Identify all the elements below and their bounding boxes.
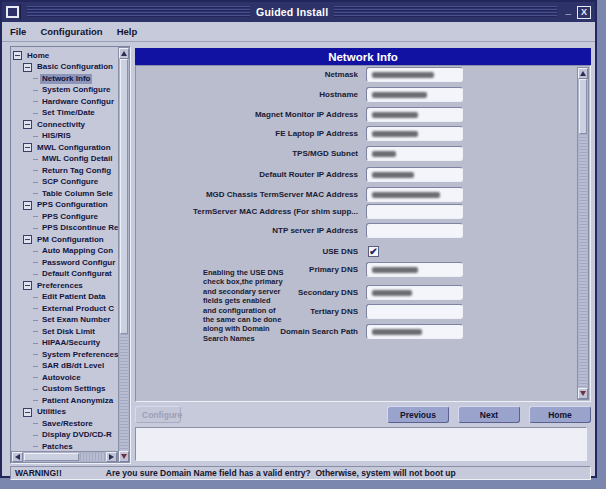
arrow-right-icon xyxy=(109,454,114,460)
tree-item-pm-configuration[interactable]: PM Configuration xyxy=(12,234,119,246)
tree-horizontal-scrollbar[interactable] xyxy=(11,451,118,463)
tree-item-sar-db-dt-level[interactable]: SAR dB/dt Level xyxy=(12,361,119,373)
tree-item-system-preferences[interactable]: System Preferences xyxy=(12,349,119,361)
scrollbar-thumb[interactable] xyxy=(24,453,79,461)
menu-file[interactable]: File xyxy=(10,26,26,37)
input-fe-laptop-ip-address[interactable] xyxy=(366,126,463,141)
collapse-icon[interactable] xyxy=(23,143,32,152)
tree-item-patches[interactable]: Patches xyxy=(12,441,119,450)
scroll-up-button[interactable] xyxy=(119,48,129,59)
input-netmask[interactable] xyxy=(366,67,463,82)
input-ntp-server-ip-address[interactable] xyxy=(366,223,463,238)
scroll-left-button[interactable] xyxy=(12,452,23,462)
tree-item-label: SAR dB/dt Level xyxy=(40,361,106,371)
collapse-icon[interactable] xyxy=(23,235,32,244)
tree-connector xyxy=(33,354,38,355)
tree-item-save-restore[interactable]: Save/Restore xyxy=(12,418,119,430)
scroll-down-button[interactable] xyxy=(119,451,129,462)
tree-connector xyxy=(33,262,38,263)
tree-item-table-column-sele[interactable]: Table Column Sele xyxy=(12,188,119,200)
scrollbar-thumb[interactable] xyxy=(579,79,587,134)
tree-item-basic-configuration[interactable]: Basic Configuration xyxy=(12,62,119,74)
scrollbar-thumb[interactable] xyxy=(120,59,128,334)
collapse-icon[interactable] xyxy=(23,408,32,417)
tree-connector xyxy=(33,113,38,114)
input-hostname[interactable] xyxy=(366,87,463,102)
tree-item-auto-mapping-con[interactable]: Auto Mapping Con xyxy=(12,246,119,258)
tree-item-password-configur[interactable]: Password Configur xyxy=(12,257,119,269)
tree-item-return-tag-config[interactable]: Return Tag Config xyxy=(12,165,119,177)
tree-item-label: Set Exam Number xyxy=(40,315,112,325)
arrow-up-icon xyxy=(580,71,586,76)
tree-item-mwl-config-detail[interactable]: MWL Config Detail xyxy=(12,154,119,166)
scroll-right-button[interactable] xyxy=(106,452,117,462)
tree-item-patient-anonymiza[interactable]: Patient Anonymiza xyxy=(12,395,119,407)
tree-item-preferences[interactable]: Preferences xyxy=(12,280,119,292)
tree-item-set-time-date[interactable]: Set Time/Date xyxy=(12,108,119,120)
tree-item-label: HIPAA/Security xyxy=(40,338,102,348)
tree-item-label: Default Configurat xyxy=(40,269,114,279)
tree-item-utilities[interactable]: Utilities xyxy=(12,407,119,419)
menu-help[interactable]: Help xyxy=(117,26,138,37)
scrollbar-track[interactable] xyxy=(120,334,128,451)
tree-item-mwl-configuration[interactable]: MWL Configuration xyxy=(12,142,119,154)
scroll-down-button[interactable] xyxy=(578,388,588,399)
tree-item-network-info[interactable]: Network Info xyxy=(12,73,119,85)
redacted-value xyxy=(372,172,414,178)
tree-item-label: Auto Mapping Con xyxy=(40,246,115,256)
titlebar[interactable]: Guided Install _ X xyxy=(2,2,595,22)
scrollbar-track[interactable] xyxy=(579,134,587,388)
tree-item-home[interactable]: Home xyxy=(12,50,119,62)
collapse-icon[interactable] xyxy=(13,51,22,60)
collapse-icon[interactable] xyxy=(23,120,32,129)
scrollbar-track[interactable] xyxy=(80,453,105,461)
tree-item-connectivity[interactable]: Connectivity xyxy=(12,119,119,131)
form-vertical-scrollbar[interactable] xyxy=(577,67,589,400)
tree-item-set-disk-limit[interactable]: Set Disk Limit xyxy=(12,326,119,338)
tree-item-his-ris[interactable]: HIS/RIS xyxy=(12,131,119,143)
tree-item-external-product-c[interactable]: External Product C xyxy=(12,303,119,315)
tree-item-scp-configure[interactable]: SCP Configure xyxy=(12,177,119,189)
tree-item-edit-patient-data[interactable]: Edit Patient Data xyxy=(12,292,119,304)
input-magnet-monitor-ip-address[interactable] xyxy=(366,107,463,122)
tree-item-system-configure[interactable]: System Configure xyxy=(12,85,119,97)
use-dns-checkbox[interactable]: ✔ xyxy=(368,246,379,257)
tree-item-custom-settings[interactable]: Custom Settings xyxy=(12,384,119,396)
tree-item-autovoice[interactable]: Autovoice xyxy=(12,372,119,384)
input-mgd-chassis-termserver-mac-address[interactable] xyxy=(366,187,463,202)
next-button[interactable]: Next xyxy=(458,406,520,423)
input-secondary-dns[interactable] xyxy=(366,285,463,300)
tree-item-display-dvd-cd-r[interactable]: Display DVD/CD-R xyxy=(12,430,119,442)
form-row-secondary-dns: Secondary DNS xyxy=(136,285,576,301)
collapse-icon[interactable] xyxy=(23,63,32,72)
collapse-icon[interactable] xyxy=(23,281,32,290)
tree-item-pps-configure[interactable]: PPS Configure xyxy=(12,211,119,223)
tree-item-hardware-configur[interactable]: Hardware Configur xyxy=(12,96,119,108)
previous-button[interactable]: Previous xyxy=(387,406,449,423)
configure-button[interactable]: Configure xyxy=(135,406,181,423)
input-domain-search-path[interactable] xyxy=(366,324,463,339)
tree-item-label: Autovoice xyxy=(40,373,83,383)
tree-item-default-configurat[interactable]: Default Configurat xyxy=(12,269,119,281)
scroll-up-button[interactable] xyxy=(578,68,588,79)
tree-connector xyxy=(33,435,38,436)
arrow-up-icon xyxy=(121,51,127,56)
tree-item-set-exam-number[interactable]: Set Exam Number xyxy=(12,315,119,327)
tree-connector xyxy=(33,170,38,171)
collapse-icon[interactable] xyxy=(23,201,32,210)
input-primary-dns[interactable] xyxy=(366,262,463,277)
input-termserver-mac-address-for-shim-supp[interactable] xyxy=(366,204,463,219)
input-tps-mgd-subnet[interactable] xyxy=(366,146,463,161)
tree-item-pps-configuration[interactable]: PPS Configuration xyxy=(12,200,119,212)
input-default-router-ip-address[interactable] xyxy=(366,167,463,182)
tree-item-hipaa-security[interactable]: HIPAA/Security xyxy=(12,338,119,350)
minimize-button[interactable]: _ xyxy=(563,7,573,17)
menu-configuration[interactable]: Configuration xyxy=(40,26,102,37)
window-menu-button[interactable] xyxy=(4,4,21,20)
tree-vertical-scrollbar[interactable] xyxy=(118,47,130,463)
tree-item-pps-discontinue-re[interactable]: PPS Discontinue Re xyxy=(12,223,119,235)
input-tertiary-dns[interactable] xyxy=(366,304,463,319)
close-button[interactable]: X xyxy=(577,6,591,19)
home-button[interactable]: Home xyxy=(529,406,591,423)
tree-item-label: PPS Configure xyxy=(40,212,100,222)
